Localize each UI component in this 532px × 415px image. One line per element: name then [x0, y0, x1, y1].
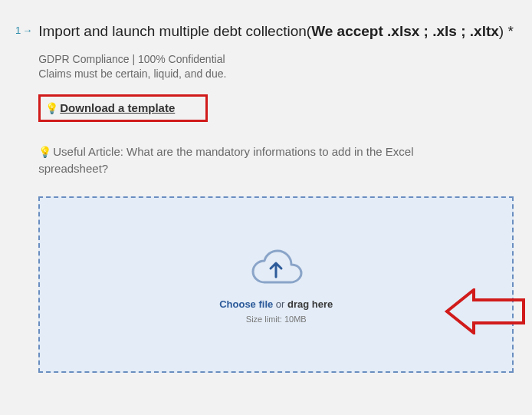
useful-prefix: Useful Article: [53, 145, 126, 158]
required-asterisk: * [507, 23, 513, 39]
template-link-highlight: 💡Download a template [38, 94, 208, 122]
question-content: Import and launch multiple debt collecti… [38, 21, 517, 373]
file-dropzone[interactable]: Choose file or drag here Size limit: 10M… [38, 196, 514, 373]
heading-prefix: Import and launch multiple debt collecti… [38, 23, 311, 39]
lightbulb-icon: 💡 [45, 102, 58, 114]
useful-article: 💡Useful Article: What are the mandatory … [38, 143, 517, 177]
heading-bold: We accept .xlsx ; .xls ; .xltx [311, 23, 499, 39]
arrow-right-icon: → [22, 25, 32, 36]
question-heading: Import and launch multiple debt collecti… [38, 21, 517, 41]
size-limit-text: Size limit: 10MB [246, 315, 307, 324]
cloud-upload-icon [248, 246, 304, 286]
gdpr-block: GDPR Compliance | 100% Confidential Clai… [38, 52, 517, 82]
question-number: 1 → [15, 21, 32, 36]
question-block: 1 → Import and launch multiple debt coll… [15, 21, 517, 373]
lightbulb-icon: 💡 [38, 146, 51, 158]
gdpr-line1: GDPR Compliance | 100% Confidential [38, 52, 517, 68]
qnum-text: 1 [15, 25, 21, 36]
drag-here-label: drag here [287, 298, 333, 310]
annotation-arrow-icon [443, 288, 527, 334]
gdpr-line2: Claims must be certain, liquid, and due. [38, 67, 517, 82]
or-text: or [273, 298, 287, 310]
choose-file-label[interactable]: Choose file [219, 298, 273, 310]
dropzone-text: Choose file or drag here [219, 298, 333, 310]
download-template-link[interactable]: Download a template [60, 101, 175, 114]
heading-suffix: ) [499, 23, 504, 39]
